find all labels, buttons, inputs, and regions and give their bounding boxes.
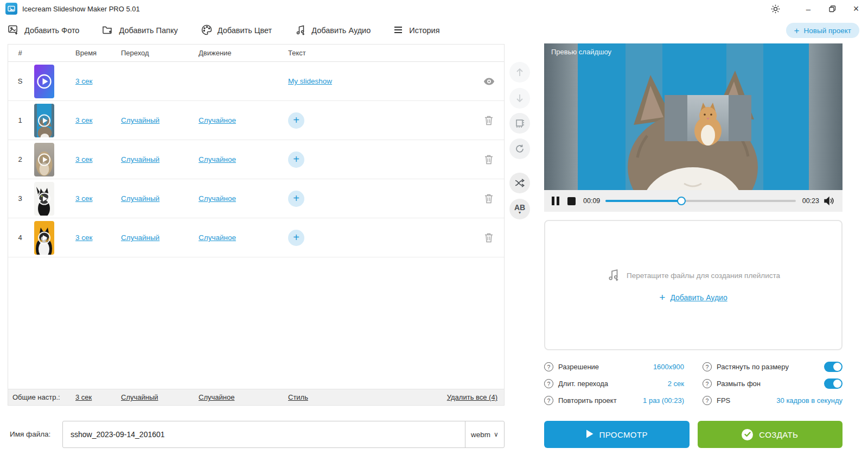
action-buttons: ПРОСМОТР СОЗДАТЬ xyxy=(544,421,843,448)
setting-resolution: ? Разрешение 1600x900 xyxy=(544,362,684,371)
rotate-button[interactable] xyxy=(509,138,530,159)
slide-duration-link[interactable]: 3 сек xyxy=(75,194,121,203)
slide-duration-link[interactable]: 3 сек xyxy=(75,77,121,85)
add-audio-link[interactable]: + Добавить Аудио xyxy=(659,292,727,302)
filename-input[interactable] xyxy=(63,421,463,447)
slide-thumbnail-photo[interactable] xyxy=(34,104,54,137)
history-button[interactable]: История xyxy=(393,26,439,36)
global-duration-link[interactable]: 3 сек xyxy=(75,393,121,401)
resolution-value[interactable]: 1600x900 xyxy=(653,363,684,371)
settings-gear-icon[interactable] xyxy=(766,0,784,17)
dropzone-hint: Перетащите файлы для создания плейлиста xyxy=(627,272,780,280)
slide-thumbnail-photo[interactable] xyxy=(34,221,54,255)
toolbar: Добавить Фото Добавить Папку Добавить Цв… xyxy=(8,22,440,39)
move-down-button[interactable] xyxy=(509,88,530,109)
slide-number: 3 xyxy=(8,194,32,203)
repeat-project-value[interactable]: 1 раз (00:23) xyxy=(643,396,684,405)
slide-motion-link[interactable]: Случайное xyxy=(199,234,288,242)
preview-button[interactable]: ПРОСМОТР xyxy=(544,421,690,448)
header-num: # xyxy=(8,49,32,57)
add-text-button[interactable]: + xyxy=(288,230,304,246)
slide-motion-link[interactable]: Случайное xyxy=(199,155,288,163)
header-text: Текст xyxy=(288,49,474,57)
shuffle-button[interactable] xyxy=(509,173,530,193)
help-icon[interactable]: ? xyxy=(544,362,553,371)
caret-down-icon: ▾ xyxy=(519,211,521,215)
ab-transition-button[interactable]: AB ▾ xyxy=(509,199,530,219)
filename-label: Имя файла: xyxy=(10,430,50,438)
slide-thumbnail-title[interactable] xyxy=(34,65,54,98)
audio-playlist-dropzone[interactable]: Перетащите файлы для создания плейлиста … xyxy=(544,220,843,350)
preview-panel: Превью слайдшоу xyxy=(544,43,843,212)
current-time: 00:09 xyxy=(583,197,600,205)
maximize-button[interactable] xyxy=(820,0,844,17)
slide-duration-link[interactable]: 3 сек xyxy=(75,116,121,124)
new-project-button[interactable]: + Новый проект xyxy=(786,23,859,38)
delete-slide-trash-icon[interactable] xyxy=(474,154,504,165)
blur-background-toggle[interactable] xyxy=(824,378,843,389)
help-icon[interactable]: ? xyxy=(544,396,553,405)
global-settings-bar: Общие настр.: 3 сек Случайный Случайное … xyxy=(8,389,504,405)
help-icon[interactable]: ? xyxy=(703,379,712,388)
stretch-toggle[interactable] xyxy=(824,362,843,372)
slide-thumbnail-photo[interactable] xyxy=(34,182,54,216)
add-text-button[interactable]: + xyxy=(288,112,304,129)
add-color-button[interactable]: Добавить Цвет xyxy=(201,24,272,37)
global-transition-link[interactable]: Случайный xyxy=(121,393,199,401)
close-button[interactable]: × xyxy=(844,0,868,17)
slide-transition-link[interactable]: Случайный xyxy=(121,155,199,163)
volume-icon[interactable] xyxy=(824,196,835,206)
create-button[interactable]: СОЗДАТЬ xyxy=(698,421,843,448)
history-menu-icon xyxy=(393,26,404,36)
seek-slider[interactable] xyxy=(605,200,795,202)
total-time: 00:23 xyxy=(802,197,819,205)
stop-button[interactable] xyxy=(567,197,576,205)
slide-motion-link[interactable]: Случайное xyxy=(199,194,288,203)
global-style-link[interactable]: Стиль xyxy=(288,393,447,401)
add-audio-button[interactable]: Добавить Аудио xyxy=(295,24,371,37)
slide-number: 4 xyxy=(8,234,32,242)
progress-fill xyxy=(605,200,681,202)
crop-button[interactable] xyxy=(509,113,530,134)
slider-thumb[interactable] xyxy=(677,197,686,205)
table-row: S 3 сек My slideshow xyxy=(8,62,504,101)
slide-number: 2 xyxy=(8,155,32,163)
help-icon[interactable]: ? xyxy=(544,379,553,388)
delete-all-link[interactable]: Удалить все (4) xyxy=(447,393,504,401)
slide-duration-link[interactable]: 3 сек xyxy=(75,234,121,242)
add-text-button[interactable]: + xyxy=(288,191,304,207)
global-motion-link[interactable]: Случайное xyxy=(199,393,288,401)
slide-motion-link[interactable]: Случайное xyxy=(199,116,288,124)
chevron-down-icon: ∨ xyxy=(494,431,499,438)
add-text-button[interactable]: + xyxy=(288,152,304,168)
preview-video[interactable]: Превью слайдшоу xyxy=(544,43,843,190)
fps-value[interactable]: 30 кадров в секунду xyxy=(776,396,843,405)
move-up-button[interactable] xyxy=(509,62,530,83)
help-icon[interactable]: ? xyxy=(703,362,712,371)
format-select[interactable]: webm ∨ xyxy=(465,421,504,447)
global-settings-label: Общие настр.: xyxy=(8,393,75,401)
preview-frame-cat xyxy=(544,43,843,190)
slide-thumbnail-photo[interactable] xyxy=(34,143,54,176)
slide-transition-link[interactable]: Случайный xyxy=(121,116,199,124)
minimize-button[interactable]: – xyxy=(796,0,820,17)
pause-button[interactable] xyxy=(552,197,559,205)
add-folder-button[interactable]: Добавить Папку xyxy=(102,24,177,37)
slide-duration-link[interactable]: 3 сек xyxy=(75,155,121,163)
delete-slide-trash-icon[interactable] xyxy=(474,193,504,204)
delete-slide-trash-icon[interactable] xyxy=(474,232,504,243)
help-icon[interactable]: ? xyxy=(703,396,712,405)
slide-transition-link[interactable]: Случайный xyxy=(121,194,199,203)
transition-duration-value[interactable]: 2 сек xyxy=(668,380,684,388)
preview-eye-icon[interactable] xyxy=(474,78,504,85)
add-audio-note-icon xyxy=(295,24,307,37)
setting-stretch-to-fit: ? Растянуть по размеру xyxy=(703,362,843,372)
play-icon xyxy=(586,430,593,440)
slide-title-link[interactable]: My slideshow xyxy=(288,77,474,85)
table-row: 2 3 сек Случайный Случайное + xyxy=(8,140,504,179)
title-bar: Icecream Slideshow Maker PRO 5.01 – × xyxy=(0,0,868,17)
slide-transition-link[interactable]: Случайный xyxy=(121,234,199,242)
add-photo-button[interactable]: Добавить Фото xyxy=(8,24,79,37)
delete-slide-trash-icon[interactable] xyxy=(474,115,504,125)
slide-table: # Время Переход Движение Текст S 3 сек M… xyxy=(8,44,505,406)
